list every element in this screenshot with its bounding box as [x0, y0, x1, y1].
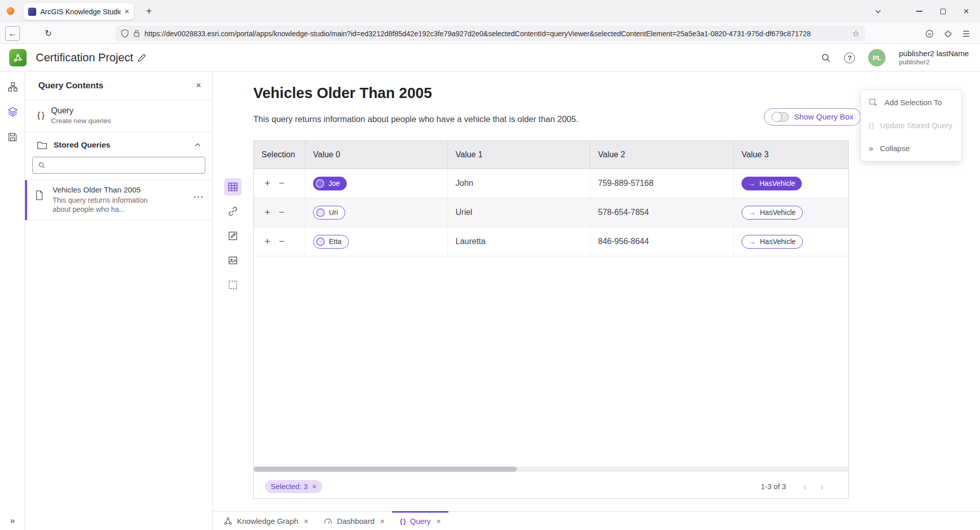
horizontal-scrollbar[interactable]	[254, 467, 848, 472]
window-close-button[interactable]: ×	[958, 4, 975, 18]
tab-label: Dashboard	[337, 517, 374, 525]
table-row[interactable]: + − Joe John 759-889-57168 → HasVehicle	[254, 169, 848, 198]
expand-plus-icon[interactable]: +	[265, 178, 270, 189]
query-contents-panel: Query Contents × { } Query Create new qu…	[25, 71, 213, 530]
project-title: Certification Project	[36, 44, 133, 71]
browser-navbar: ← ↻ https://dev0028833.esri.com/portal/a…	[0, 22, 980, 44]
help-icon[interactable]: ?	[844, 53, 855, 63]
folder-icon	[37, 141, 47, 149]
chevron-up-icon[interactable]	[194, 141, 201, 149]
tab-close-icon[interactable]: ×	[125, 7, 129, 16]
menu-item-add-selection-to[interactable]: Add Selection To	[861, 91, 961, 114]
selected-indicator	[25, 180, 27, 220]
lock-icon[interactable]	[133, 30, 140, 37]
stored-queries-search[interactable]	[32, 157, 205, 174]
tab-list-chevron-icon[interactable]	[874, 8, 882, 15]
search-icon[interactable]	[821, 53, 831, 63]
firefox-icon[interactable]	[7, 7, 14, 15]
column-header[interactable]: Value 2	[590, 141, 734, 168]
menu-item-collapse[interactable]: » Collapse	[861, 137, 961, 160]
selected-count-chip[interactable]: Selected: 3 ×	[265, 480, 322, 493]
stored-query-item[interactable]: Vehicles Older Than 2005 This query retu…	[25, 180, 212, 221]
cell-value1: Uriel	[448, 198, 590, 227]
entity-pill[interactable]: Joe	[313, 177, 347, 190]
entity-label: Etta	[329, 237, 342, 246]
browser-tab[interactable]: ArcGIS Knowledge Studio ×	[23, 3, 134, 20]
more-options-icon[interactable]: ···	[194, 192, 204, 201]
address-bar[interactable]: https://dev0028833.esri.com/portal/apps/…	[115, 26, 865, 41]
entity-label: Uri	[329, 208, 338, 216]
relationship-pill[interactable]: → HasVehicle	[742, 235, 803, 249]
collapse-minus-icon[interactable]: −	[279, 236, 284, 247]
collapse-minus-icon[interactable]: −	[279, 207, 284, 218]
rail-save-icon[interactable]	[0, 127, 25, 147]
new-query-item[interactable]: { } Query Create new queries	[25, 100, 212, 132]
table-row[interactable]: + − Etta Lauretta 846-956-8644 → HasVehi…	[254, 227, 848, 256]
tab-close-icon[interactable]: ×	[304, 517, 308, 525]
column-header[interactable]: Value 1	[448, 141, 590, 168]
entity-pill[interactable]: Uri	[313, 206, 345, 220]
column-header[interactable]: Value 3	[734, 141, 848, 168]
link-chart-icon[interactable]	[224, 203, 242, 220]
selection-context-menu: Add Selection To { } Update Stored Query…	[861, 89, 962, 161]
back-button[interactable]: ←	[5, 26, 20, 41]
window-maximize-button[interactable]	[934, 4, 951, 18]
edit-view-icon[interactable]	[224, 227, 242, 245]
menu-item-update-stored-query[interactable]: { } Update Stored Query	[861, 114, 961, 137]
show-query-box-toggle[interactable]: Show Query Box	[764, 108, 861, 126]
url-text[interactable]: https://dev0028833.esri.com/portal/apps/…	[145, 30, 848, 38]
table-row[interactable]: + − Uri Uriel 578-654-7854 → HasVehicle	[254, 198, 848, 227]
window-minimize-button[interactable]	[911, 4, 928, 18]
menu-hamburger-icon[interactable]: ☰	[959, 27, 973, 41]
relationship-pill[interactable]: → HasVehicle	[742, 177, 802, 190]
bookmark-star-icon[interactable]: ☆	[852, 29, 859, 38]
tab-close-icon[interactable]: ×	[380, 517, 385, 525]
new-tab-button[interactable]: +	[142, 5, 156, 18]
braces-icon: { }	[400, 517, 405, 525]
user-info[interactable]: publisher2 lastName publisher2	[899, 49, 969, 67]
stored-query-description: This query returns information about peo…	[53, 196, 162, 214]
rail-layers-icon[interactable]	[0, 102, 25, 122]
shield-icon[interactable]	[121, 29, 129, 38]
menu-item-label: Update Stored Query	[880, 121, 952, 130]
toggle-switch[interactable]	[772, 112, 789, 122]
tab-label: Query	[410, 517, 431, 525]
next-page-icon[interactable]: ›	[820, 481, 824, 492]
collapse-minus-icon[interactable]: −	[279, 178, 284, 189]
selection-tool-icon[interactable]	[224, 276, 242, 294]
expand-rail-icon[interactable]: »	[0, 516, 25, 526]
expand-plus-icon[interactable]: +	[265, 207, 270, 218]
table-footer: Selected: 3 × 1-3 of 3 ‹ ›	[254, 474, 848, 498]
clear-selection-icon[interactable]: ×	[313, 483, 317, 491]
panel-close-icon[interactable]: ×	[196, 80, 201, 91]
tab-close-icon[interactable]: ×	[437, 517, 441, 525]
page-title: Vehicles Older Than 2005	[253, 85, 432, 102]
map-view-icon[interactable]	[224, 252, 242, 269]
stored-queries-section-header[interactable]: Stored Queries	[25, 132, 212, 155]
column-header[interactable]: Selection	[254, 141, 305, 168]
pagination-label: 1-3 of 3	[761, 483, 786, 491]
table-view-icon[interactable]	[224, 178, 242, 196]
tab-dashboard[interactable]: Dashboard ×	[316, 512, 392, 530]
column-header[interactable]: Value 0	[305, 141, 448, 168]
double-chevron-icon: »	[869, 144, 873, 153]
tab-query[interactable]: { } Query ×	[392, 512, 448, 530]
edit-title-icon[interactable]	[137, 53, 147, 63]
avatar[interactable]: PL	[868, 49, 886, 66]
cell-value2: 846-956-8644	[590, 227, 734, 256]
entity-pill[interactable]: Etta	[313, 235, 349, 249]
previous-page-icon[interactable]: ‹	[803, 481, 807, 492]
stored-query-name: Vehicles Older Than 2005	[53, 185, 192, 194]
show-query-box-label: Show Query Box	[794, 112, 853, 122]
relationship-pill[interactable]: → HasVehicle	[742, 206, 803, 220]
query-viewer: Vehicles Older Than 2005 This query retu…	[213, 71, 980, 511]
extensions-icon[interactable]	[941, 27, 955, 41]
pocket-icon[interactable]	[922, 27, 937, 41]
tab-knowledge-graph[interactable]: Knowledge Graph ×	[216, 512, 316, 530]
scrollbar-thumb[interactable]	[254, 467, 517, 472]
search-input[interactable]	[50, 161, 200, 170]
cell-value2: 759-889-57168	[590, 169, 734, 198]
expand-plus-icon[interactable]: +	[265, 236, 270, 247]
rail-project-icon[interactable]	[0, 77, 25, 97]
refresh-button[interactable]: ↻	[41, 26, 56, 41]
